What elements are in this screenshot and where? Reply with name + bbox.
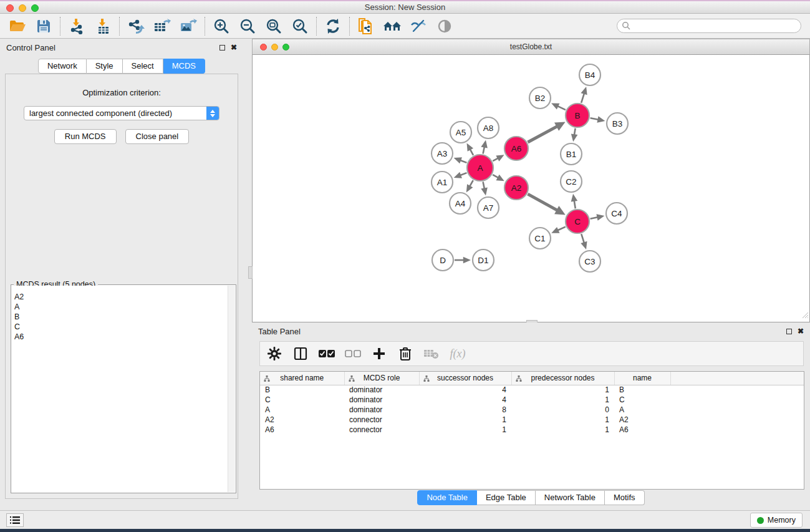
table-cell-filler — [670, 425, 804, 435]
export-image-icon[interactable] — [177, 16, 200, 37]
table-row[interactable]: Cdominator41C — [260, 395, 804, 405]
float-panel-icon[interactable] — [786, 329, 792, 334]
close-panel-button[interactable]: Close panel — [125, 129, 190, 144]
home-icon[interactable] — [381, 16, 403, 37]
select-all-checkboxes-icon[interactable] — [319, 346, 335, 362]
save-session-icon[interactable] — [32, 16, 55, 37]
network-graph[interactable]: B4B2BB3A8A5A6B1A3AA1C2A2A4A7C4CC1C3DD1 — [253, 55, 809, 321]
graph-edge[interactable] — [557, 106, 566, 110]
graph-edge[interactable] — [557, 227, 565, 231]
zoom-selected-icon[interactable] — [289, 16, 311, 37]
duplicate-network-icon[interactable] — [355, 16, 377, 37]
tab-network[interactable]: Network — [38, 59, 87, 74]
minimize-window-button[interactable] — [19, 4, 26, 12]
tab-mcds[interactable]: MCDS — [163, 59, 205, 74]
zoom-in-icon[interactable] — [210, 16, 233, 37]
export-network-icon[interactable] — [125, 16, 147, 37]
network-canvas[interactable]: B4B2BB3A8A5A6B1A3AA1C2A2A4A7C4CC1C3DD1 — [252, 55, 810, 322]
close-panel-icon[interactable]: ✖ — [798, 329, 804, 334]
splitter-grip[interactable] — [248, 266, 253, 279]
tab-node-table[interactable]: Node Table — [417, 490, 477, 505]
graph-edge[interactable] — [574, 128, 576, 135]
tab-motifs[interactable]: Motifs — [605, 490, 645, 505]
column-header-name[interactable]: name — [614, 372, 670, 385]
refresh-icon[interactable] — [322, 16, 344, 37]
table-cell: A — [260, 405, 344, 415]
column-header-predecessor-nodes[interactable]: predecessor nodes — [511, 372, 614, 385]
graph-edge[interactable] — [460, 160, 466, 163]
graph-edge[interactable] — [493, 158, 498, 162]
network-window-titlebar[interactable]: testGlobe.txt — [252, 39, 810, 55]
graph-edge[interactable] — [470, 149, 473, 155]
graph-node-label: B1 — [566, 150, 577, 159]
zoom-fit-icon[interactable] — [263, 16, 285, 37]
graph-node-label: C4 — [611, 209, 622, 218]
memory-button[interactable]: Memory — [750, 513, 803, 528]
node-table[interactable]: shared name MCDS role successor nodes pr… — [259, 371, 804, 490]
zoom-out-icon[interactable] — [236, 16, 259, 37]
mcds-result-item[interactable]: A6 — [12, 332, 228, 342]
graph-node-label: C3 — [584, 257, 595, 266]
mcds-result-item[interactable]: A2 — [12, 292, 228, 302]
graph-edge[interactable] — [581, 94, 584, 103]
optimization-criterion-label: Optimization criterion: — [6, 88, 238, 97]
show-column-icon[interactable] — [292, 346, 309, 362]
graph-edge[interactable] — [493, 175, 498, 178]
network-minimize-button[interactable] — [271, 44, 278, 51]
run-mcds-button[interactable]: Run MCDS — [54, 129, 117, 144]
show-view-icon[interactable] — [433, 16, 456, 37]
open-session-icon[interactable] — [6, 16, 29, 37]
table-cell: 8 — [419, 405, 511, 415]
tab-select[interactable]: Select — [123, 59, 163, 74]
network-close-button[interactable] — [260, 44, 267, 51]
column-header-successor-nodes[interactable]: successor nodes — [419, 372, 511, 385]
table-cell: 4 — [419, 385, 511, 395]
graph-edge[interactable] — [460, 173, 466, 175]
table-row[interactable]: A2connector11A2 — [260, 415, 804, 425]
mcds-result-item[interactable]: A — [12, 302, 228, 312]
settings-gear-icon[interactable] — [266, 346, 282, 362]
graph-edge[interactable] — [528, 127, 557, 142]
export-table-icon[interactable] — [151, 16, 173, 37]
graph-edge[interactable] — [591, 217, 598, 218]
hide-graphics-details-icon[interactable] — [407, 16, 430, 37]
graph-edge[interactable] — [470, 180, 473, 186]
mcds-result-list: A2ABCA6 — [12, 286, 228, 492]
main-titlebar[interactable]: Session: New Session — [0, 1, 810, 14]
delete-column-icon[interactable] — [397, 346, 413, 362]
table-row[interactable]: Adominator80A — [260, 405, 804, 415]
tab-edge-table[interactable]: Edge Table — [477, 490, 536, 505]
result-scrollbar[interactable] — [228, 286, 235, 492]
close-window-button[interactable] — [6, 4, 14, 12]
table-cell: 1 — [419, 425, 511, 435]
tab-style[interactable]: Style — [87, 59, 123, 74]
search-input[interactable] — [617, 19, 801, 33]
graph-node-label: C — [574, 217, 581, 226]
graph-edge[interactable] — [483, 147, 485, 154]
tab-network-table[interactable]: Network Table — [536, 490, 605, 505]
zoom-window-button[interactable] — [31, 4, 39, 12]
graph-edge[interactable] — [581, 234, 584, 243]
graph-node-label: A — [477, 163, 483, 173]
mcds-result-item[interactable]: C — [12, 322, 228, 332]
import-table-icon[interactable] — [92, 16, 114, 37]
float-panel-icon[interactable] — [219, 45, 225, 51]
task-history-button[interactable] — [6, 513, 24, 527]
import-network-icon[interactable] — [65, 16, 88, 37]
graph-edge[interactable] — [528, 194, 557, 210]
unselect-all-checkboxes-icon[interactable] — [345, 346, 361, 362]
close-panel-icon[interactable]: ✖ — [231, 45, 237, 51]
criterion-dropdown[interactable]: largest connected component (directed) — [24, 106, 219, 120]
graph-edge[interactable] — [574, 201, 576, 208]
graph-edge[interactable] — [483, 182, 485, 189]
mcds-result-item[interactable]: B — [12, 312, 228, 322]
table-row[interactable]: Bdominator41B — [260, 385, 804, 395]
column-header-mcds-role[interactable]: MCDS role — [344, 372, 419, 385]
network-zoom-button[interactable] — [282, 44, 289, 51]
add-column-icon[interactable] — [371, 346, 387, 362]
resize-grip-icon[interactable] — [801, 310, 809, 321]
column-header-shared-name[interactable]: shared name — [260, 372, 344, 385]
table-row[interactable]: A6connector11A6 — [260, 425, 804, 435]
graph-node-label: B2 — [535, 94, 546, 103]
graph-edge[interactable] — [591, 118, 599, 120]
